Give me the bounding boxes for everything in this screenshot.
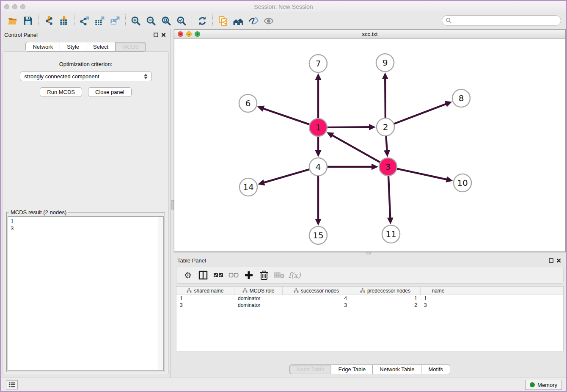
- horizontal-splitter-handle[interactable]: [366, 252, 371, 254]
- close-panel-button[interactable]: Close panel: [88, 87, 132, 97]
- tab-edge-table[interactable]: Edge Table: [331, 364, 373, 374]
- vertical-splitter[interactable]: [171, 29, 174, 378]
- graph-node-4[interactable]: 4: [309, 158, 327, 176]
- criterion-dropdown-value: strongly connected component: [25, 73, 143, 80]
- column-header-predecessor-nodes[interactable]: predecessor nodes: [350, 287, 421, 295]
- graph-node-6[interactable]: 6: [239, 94, 257, 112]
- edge-3-11[interactable]: [388, 176, 390, 219]
- eye-slash-icon[interactable]: [246, 14, 261, 27]
- table-cell: 1: [350, 295, 421, 302]
- table-row[interactable]: 1dominator411: [176, 295, 563, 302]
- edge-2-9[interactable]: [385, 78, 385, 118]
- tab-node-table[interactable]: Node Table: [289, 364, 332, 374]
- graph-node-9[interactable]: 9: [376, 54, 394, 72]
- close-table-panel-icon[interactable]: [555, 257, 562, 264]
- export-image-icon[interactable]: [107, 14, 123, 27]
- open-folder-icon[interactable]: [5, 14, 20, 27]
- arrowhead-icon: [384, 150, 390, 157]
- edge-2-8[interactable]: [394, 104, 447, 124]
- mcds-result-item: 3: [11, 225, 161, 232]
- task-history-button[interactable]: [6, 380, 18, 389]
- svg-text:10: 10: [457, 178, 468, 188]
- delete-column-icon[interactable]: [258, 269, 270, 281]
- add-column-icon[interactable]: [242, 269, 255, 281]
- graph-node-7[interactable]: 7: [309, 55, 327, 72]
- zoom-fit-icon[interactable]: [159, 14, 174, 27]
- export-network-icon[interactable]: [77, 14, 92, 27]
- deselect-all-icon[interactable]: [227, 269, 240, 281]
- node-table: shared nameMCDS rolesuccessor nodesprede…: [176, 286, 564, 351]
- import-table-icon[interactable]: [56, 14, 72, 27]
- edge-3-10[interactable]: [397, 169, 448, 180]
- edge-1-6[interactable]: [262, 108, 309, 124]
- network-window-title: scc.txt: [174, 31, 565, 37]
- control-panel-tabs: NetworkStyleSelectMCDS: [1, 42, 171, 52]
- run-mcds-button[interactable]: Run MCDS: [40, 87, 82, 97]
- zoom-out-icon[interactable]: [143, 14, 159, 27]
- tab-style[interactable]: Style: [60, 42, 86, 52]
- network-canvas[interactable]: 7968124314101511: [174, 39, 565, 251]
- clone-network-icon[interactable]: [215, 14, 231, 27]
- arrowhead-icon: [372, 164, 378, 170]
- edge-4-14[interactable]: [263, 169, 309, 183]
- table-row[interactable]: 3dominator323: [176, 302, 563, 309]
- graph-node-3[interactable]: 3: [379, 158, 397, 176]
- float-panel-icon[interactable]: [152, 31, 160, 38]
- table-cell: 1: [176, 295, 234, 302]
- memory-button[interactable]: Memory: [525, 380, 562, 390]
- tab-motifs[interactable]: Motifs: [421, 364, 450, 374]
- graph-node-10[interactable]: 10: [454, 174, 471, 192]
- tab-network-table[interactable]: Network Table: [372, 364, 421, 374]
- tab-mcds[interactable]: MCDS: [115, 42, 146, 52]
- save-icon[interactable]: [20, 14, 36, 27]
- graph-node-8[interactable]: 8: [452, 89, 470, 107]
- eye-icon[interactable]: [261, 14, 276, 27]
- export-table-icon[interactable]: [92, 14, 107, 27]
- tab-network[interactable]: Network: [25, 42, 60, 52]
- refresh-icon[interactable]: [195, 14, 210, 27]
- column-header-shared-name[interactable]: shared name: [176, 287, 234, 295]
- toolbar-separator: [74, 14, 74, 27]
- column-header-MCDS-role[interactable]: MCDS role: [234, 287, 283, 295]
- toolbar-separator: [38, 14, 39, 27]
- tab-select[interactable]: Select: [86, 42, 116, 52]
- mcds-result-item: 1: [11, 218, 161, 225]
- import-network-icon[interactable]: [41, 14, 56, 27]
- result-scrollbar[interactable]: [158, 217, 163, 370]
- toolbar-separator: [212, 14, 213, 27]
- toolbar-separator: [192, 14, 192, 27]
- zoom-in-icon[interactable]: [128, 14, 143, 27]
- split-columns-icon[interactable]: [197, 269, 209, 281]
- float-table-panel-icon[interactable]: [547, 257, 555, 264]
- svg-text:8: 8: [459, 93, 464, 103]
- mcds-result-list[interactable]: 13: [8, 216, 164, 371]
- zoom-selected-icon[interactable]: [174, 14, 189, 27]
- svg-text:15: 15: [313, 230, 323, 240]
- function-builder-icon: f(x): [288, 269, 301, 281]
- arrowhead-icon: [315, 150, 322, 157]
- list-icon: [8, 382, 15, 388]
- edge-2-3[interactable]: [386, 136, 387, 152]
- graph-node-14[interactable]: 14: [239, 178, 257, 196]
- criterion-dropdown[interactable]: strongly connected component: [20, 72, 152, 81]
- column-header-successor-nodes[interactable]: successor nodes: [283, 287, 350, 295]
- table-panel: Table Panel ⚙f(x) shared nameMCDS rolesu…: [174, 255, 566, 378]
- search-input[interactable]: [442, 15, 561, 26]
- graph-node-15[interactable]: 15: [309, 226, 327, 244]
- graph-node-2[interactable]: 2: [377, 118, 394, 136]
- edge-3-1[interactable]: [331, 135, 380, 163]
- application-window: Session: New Session Control Panel Netwo…: [0, 0, 567, 392]
- close-panel-icon[interactable]: [160, 31, 167, 38]
- gear-icon[interactable]: ⚙: [182, 269, 194, 281]
- svg-text:14: 14: [243, 182, 253, 192]
- houses-icon[interactable]: [231, 14, 246, 27]
- graph-node-11[interactable]: 11: [382, 225, 400, 243]
- table-toolbar: ⚙f(x): [176, 267, 564, 284]
- edge-1-2[interactable]: [328, 127, 370, 127]
- control-panel: Control Panel NetworkStyleSelectMCDS Opt…: [1, 29, 171, 378]
- column-header-name[interactable]: name: [421, 287, 456, 295]
- table-cell: 4: [283, 295, 350, 302]
- select-all-icon[interactable]: [212, 269, 225, 281]
- graph-node-1[interactable]: 1: [309, 119, 327, 136]
- horizontal-splitter[interactable]: [174, 252, 566, 255]
